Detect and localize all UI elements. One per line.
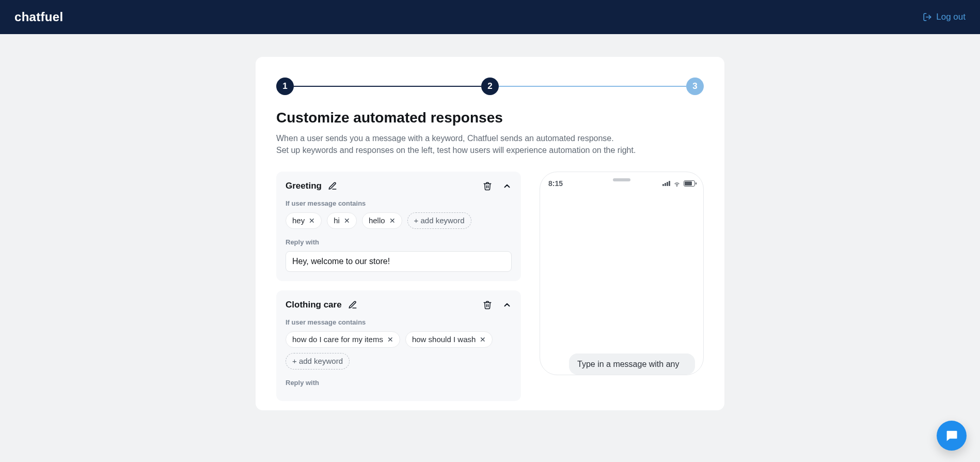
topbar: chatfuel Log out [0, 0, 980, 34]
brand-logo: chatfuel [14, 10, 63, 24]
edit-icon[interactable] [348, 300, 357, 310]
page-description: When a user sends you a message with a k… [276, 132, 704, 156]
stepper: 1 2 3 [276, 78, 704, 95]
reply-label: Reply with [286, 379, 512, 387]
battery-icon [684, 180, 695, 187]
page-title: Customize automated responses [276, 110, 704, 126]
chip[interactable]: how should I wash✕ [405, 331, 493, 348]
reply-label: Reply with [286, 238, 512, 246]
step-line-1-2 [294, 86, 481, 87]
panel-title-text: Greeting [286, 181, 322, 191]
step-2[interactable]: 2 [481, 78, 499, 95]
phone-preview: 8:15 Type in a message with any [540, 172, 704, 375]
edit-icon[interactable] [328, 181, 337, 191]
logout-label: Log out [936, 12, 966, 22]
contains-label: If user message contains [286, 199, 512, 207]
panel-title-text: Clothing care [286, 300, 342, 310]
chip[interactable]: hello✕ [362, 212, 402, 229]
add-keyword-button[interactable]: + add keyword [407, 212, 471, 229]
chip-remove-icon[interactable]: ✕ [389, 217, 396, 225]
phone-speaker [613, 178, 630, 181]
chat-widget-button[interactable] [937, 421, 967, 451]
chip-remove-icon[interactable]: ✕ [480, 335, 486, 344]
chip[interactable]: how do I care for my items✕ [286, 331, 400, 348]
chevron-up-icon[interactable] [502, 300, 512, 310]
chip[interactable]: hey✕ [286, 212, 322, 229]
chip[interactable]: hi✕ [327, 212, 357, 229]
keyword-chips: hey✕ hi✕ hello✕ + add keyword [286, 212, 512, 229]
chip-remove-icon[interactable]: ✕ [309, 217, 315, 225]
contains-label: If user message contains [286, 318, 512, 326]
chevron-up-icon[interactable] [502, 181, 512, 191]
signal-icon [662, 181, 670, 186]
chip-remove-icon[interactable]: ✕ [387, 335, 393, 344]
trash-icon[interactable] [483, 300, 492, 310]
chip-remove-icon[interactable]: ✕ [344, 217, 350, 225]
step-line-2-3 [499, 86, 686, 87]
right-column: 8:15 Type in a message with any [540, 172, 704, 375]
keyword-chips: how do I care for my items✕ how should I… [286, 331, 512, 369]
left-column: Greeting If user message contains hey✕ h… [276, 172, 521, 410]
svg-point-1 [676, 186, 677, 186]
preview-bubble: Type in a message with any [569, 353, 695, 375]
step-3[interactable]: 3 [686, 78, 704, 95]
chat-icon [944, 428, 959, 443]
step-1[interactable]: 1 [276, 78, 294, 95]
logout-button[interactable]: Log out [923, 12, 966, 22]
logout-icon [923, 12, 932, 22]
add-keyword-button[interactable]: + add keyword [286, 353, 350, 369]
panel-clothing-care: Clothing care If user message contains h… [276, 290, 521, 401]
panel-greeting: Greeting If user message contains hey✕ h… [276, 172, 521, 281]
wizard-card: 1 2 3 Customize automated responses When… [256, 57, 724, 410]
brand-text: chatfuel [14, 10, 63, 24]
reply-input[interactable] [286, 251, 512, 272]
trash-icon[interactable] [483, 181, 492, 191]
